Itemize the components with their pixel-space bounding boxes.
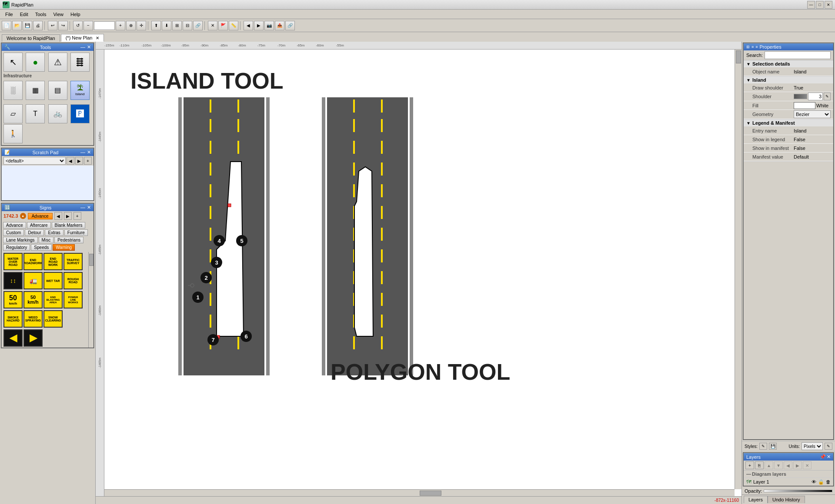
units-edit-button[interactable]: ✎ [825, 443, 832, 450]
toolbar-layer-down[interactable]: ⬇ [162, 21, 171, 30]
layer-1-item[interactable]: 🗺 Layer 1 👁 🔒 🗑 [744, 478, 833, 486]
tab-new-plan[interactable]: (*) New Plan ✕ [61, 34, 104, 42]
tool-island[interactable]: 🏝 Island [70, 81, 90, 100]
tool-road[interactable]: 🛤 [70, 53, 90, 72]
toolbar-flag[interactable]: 🚩 [218, 21, 228, 30]
tools-panel-header[interactable]: 🔧 Tools — ✕ [2, 43, 94, 51]
sign-smoke-hazard[interactable]: SMOKE HAZARD [3, 310, 23, 328]
legend-manifest-header[interactable]: ▼ Legend & Manifest [744, 119, 833, 126]
scratch-pad-header[interactable]: 📝 Scratch Pad — ✕ [2, 149, 94, 156]
scratch-pad-minimize[interactable]: — [80, 149, 85, 155]
island-section-header[interactable]: ▼ Island [744, 76, 833, 83]
scratch-select[interactable]: <default> [3, 157, 66, 165]
sign-arrows-updown[interactable]: ↕↕ [3, 272, 23, 289]
menu-file[interactable]: File [2, 11, 17, 18]
layer-move-left-button[interactable]: ◀ [784, 461, 792, 469]
sign-weed-spraying[interactable]: WEED SPRAYING [23, 310, 43, 328]
sign-end-roadwork[interactable]: END ROADWORK [23, 253, 43, 270]
toolbar-measure[interactable]: 📏 [229, 21, 238, 30]
sign-water-over-road[interactable]: WATER OVER ROAD [3, 253, 23, 270]
canvas-container[interactable]: -1470m -1445m -1450m -1455m -1460m -1465… [96, 50, 741, 496]
zoom-fit-button[interactable]: ⊕ [126, 21, 136, 30]
sign-cat-speeds[interactable]: Speeds [31, 244, 52, 251]
bezier-handle-1[interactable] [228, 204, 231, 207]
zoom-out-button[interactable]: − [84, 21, 93, 30]
toolbar-export[interactable]: 📤 [275, 21, 284, 30]
shoulder-value-input[interactable] [808, 93, 823, 100]
toolbar-camera[interactable]: 📷 [264, 21, 274, 30]
sign-arrow-left[interactable]: ◀ [3, 329, 23, 347]
signs-panel-header[interactable]: 🔢 Signs — ✕ [2, 204, 94, 211]
sign-end-road-work[interactable]: END ROAD WORK [43, 253, 63, 270]
tool-pedestrian[interactable]: 🚶 [3, 124, 23, 143]
toolbar-undo[interactable]: ↩ [48, 21, 57, 30]
sign-power-line[interactable]: POWER LINE WORKS [63, 291, 83, 308]
zoom-in-button[interactable]: + [116, 21, 125, 30]
layers-pin[interactable]: 📌 [820, 454, 826, 460]
scratch-right-btn[interactable]: ▶ [75, 157, 83, 165]
layer-lock-toggle[interactable]: 🔒 [818, 479, 824, 485]
properties-search-input[interactable] [765, 51, 831, 59]
styles-edit-button[interactable]: ✎ [759, 443, 767, 450]
sign-cat-pedestrians[interactable]: Pedestrians [54, 237, 84, 243]
zoom-cursor-button[interactable]: ✛ [137, 21, 146, 30]
shoulder-edit-button[interactable]: ✎ [824, 93, 831, 100]
toolbar-share[interactable]: 🔗 [285, 21, 295, 30]
scratch-pad-close[interactable]: ✕ [87, 149, 91, 155]
scratch-add-btn[interactable]: + [84, 157, 92, 165]
fill-color-swatch[interactable] [794, 102, 815, 109]
sign-cat-aftercare[interactable]: Aftercare [27, 222, 51, 229]
toolbar-grid[interactable]: ⊟ [183, 21, 192, 30]
tools-panel-close[interactable]: ✕ [87, 44, 91, 50]
tool-parking[interactable]: 🅿 [70, 104, 90, 123]
opacity-slider[interactable] [764, 490, 832, 492]
layer-delete-button[interactable]: ✕ [803, 461, 812, 469]
layer-move-right-button[interactable]: ▶ [793, 461, 802, 469]
sign-cat-extras[interactable]: Extras [45, 229, 63, 236]
toolbar-snap[interactable]: 🔗 [193, 21, 203, 30]
sign-snow-clearing[interactable]: SNOW CLEARING [43, 310, 63, 328]
signs-scroll-thumb[interactable] [89, 254, 94, 266]
sign-traffic-survey[interactable]: TRAFFIC SURVEY [63, 253, 83, 270]
zoom-input[interactable]: 270% [94, 21, 115, 30]
sign-50-kmh-large[interactable]: 50 km/h [3, 291, 23, 308]
layers-close[interactable]: ✕ [827, 454, 831, 460]
toolbar-redo[interactable]: ↪ [58, 21, 68, 30]
signs-scroll-right[interactable]: ▶ [64, 212, 72, 220]
window-controls[interactable]: — □ ✕ [807, 1, 832, 9]
maximize-button[interactable]: □ [816, 1, 824, 9]
toolbar-forward[interactable]: ▶ [254, 21, 264, 30]
signs-advance-button[interactable]: Advance [28, 213, 53, 219]
signs-add-button[interactable]: + [73, 212, 81, 220]
sign-cat-blank[interactable]: Blank Markers [52, 222, 86, 229]
canvas-main[interactable]: ISLAND TOOL [104, 50, 735, 489]
tab-close-button[interactable]: ✕ [96, 36, 99, 40]
units-select[interactable]: Pixels [802, 442, 823, 450]
layer-down-button[interactable]: ▼ [774, 461, 783, 469]
sign-cat-furniture[interactable]: Furniture [64, 229, 88, 236]
tool-text[interactable]: T [26, 104, 45, 123]
tool-hatch1[interactable]: ░ [3, 81, 23, 100]
toolbar-open[interactable]: 📂 [12, 21, 22, 30]
close-button[interactable]: ✕ [825, 1, 832, 9]
layer-add-button[interactable]: + [745, 461, 754, 469]
tool-bike[interactable]: 🚲 [48, 104, 67, 123]
signs-scroll-left[interactable]: ◀ [54, 212, 62, 220]
sign-cat-lane[interactable]: Lane Markings [3, 237, 38, 243]
tool-hatch2[interactable]: ▦ [26, 81, 45, 100]
menu-view[interactable]: View [50, 11, 67, 18]
signs-panel-minimize[interactable]: — [80, 205, 85, 210]
toolbar-layer-up[interactable]: ⬆ [151, 21, 161, 30]
scratch-left-btn[interactable]: ◀ [67, 157, 74, 165]
sign-cat-detour[interactable]: Detour [25, 229, 44, 236]
layer-visibility-toggle[interactable]: 👁 [812, 479, 816, 484]
toolbar-delete[interactable]: ✕ [208, 21, 217, 30]
sign-truck[interactable]: 🚛 [23, 272, 43, 289]
layer-copy-button[interactable]: ⎘ [755, 461, 764, 469]
geometry-select[interactable]: Bezier Polygon [794, 110, 831, 118]
menu-help[interactable]: Help [67, 11, 84, 18]
toolbar-save[interactable]: 💾 [23, 21, 32, 30]
sign-rough-road[interactable]: ROUGH ROAD [63, 272, 83, 289]
tool-green[interactable]: ● [26, 53, 45, 72]
scroll-thumb-horizontal[interactable] [420, 491, 441, 496]
